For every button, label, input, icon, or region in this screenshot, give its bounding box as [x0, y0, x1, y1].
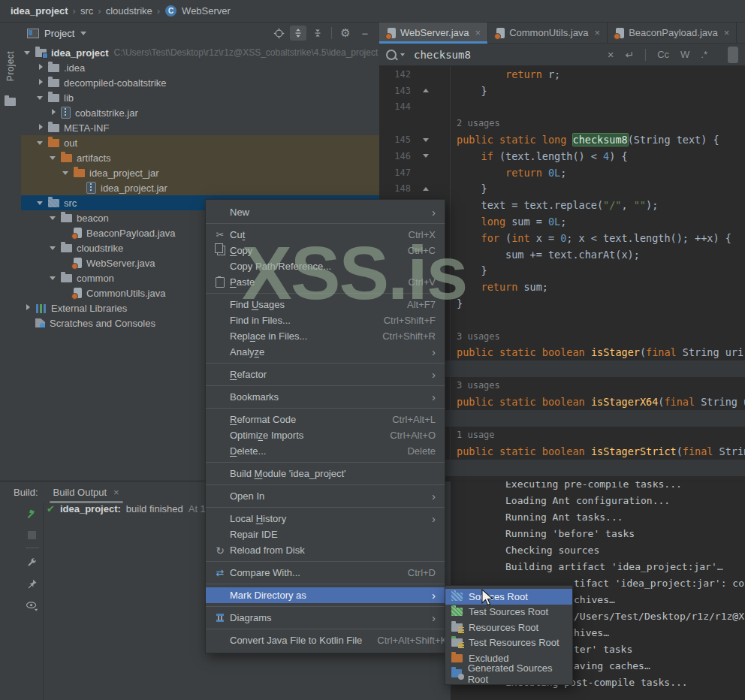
match-case-toggle[interactable]: Cc	[657, 49, 669, 60]
menu-item-copy-path-reference[interactable]: Copy Path/Reference...	[206, 258, 445, 274]
menu-item-refactor[interactable]: Refactor	[206, 367, 445, 382]
breadcrumb-item-idea-project[interactable]: idea_project	[9, 5, 70, 17]
locate-file-icon[interactable]	[270, 26, 287, 41]
rerun-build-icon[interactable]	[26, 508, 38, 523]
editor-gutter[interactable]: 145	[379, 131, 451, 148]
chevron-down-icon[interactable]	[37, 94, 44, 101]
chevron-down-icon[interactable]	[50, 154, 57, 161]
submenu-item-resources-root[interactable]: Resources Root	[445, 620, 572, 635]
editor-gutter[interactable]: 144	[379, 99, 451, 116]
chevron-right-icon[interactable]	[37, 124, 44, 131]
editor-search-bar[interactable]: checksum8 Cc W .*	[379, 44, 745, 66]
pin-icon[interactable]	[26, 578, 38, 592]
breadcrumb-item-cloudstrike[interactable]: cloudstrike	[104, 5, 154, 17]
tree-item-decompiled-cobaltstrike[interactable]: decompiled-cobaltstrike	[21, 75, 379, 90]
usages-hint[interactable]: 3 usages	[451, 380, 500, 391]
menu-item-diagrams[interactable]: Diagrams	[206, 610, 445, 626]
menu-item-mark-directory-as[interactable]: Mark Directory as	[206, 587, 445, 603]
menu-item-find-in-files[interactable]: Find in Files...Ctrl+Shift+F	[206, 312, 445, 328]
editor-gutter[interactable]: 148	[379, 181, 451, 198]
breadcrumb-item-webserver[interactable]: WebServer	[180, 5, 232, 17]
words-toggle[interactable]: W	[680, 49, 689, 60]
search-input[interactable]: checksum8	[414, 49, 471, 61]
menu-item-optimize-imports[interactable]: Optimize ImportsCtrl+Alt+O	[206, 427, 445, 443]
submenu-item-test-sources-root[interactable]: Test Sources Root	[445, 605, 572, 620]
chevron-down-icon[interactable]	[50, 274, 57, 282]
menu-item-open-in[interactable]: Open In	[206, 488, 445, 504]
menu-item-cut[interactable]: CutCtrl+X	[206, 227, 445, 243]
chevron-right-icon[interactable]	[37, 79, 44, 86]
menu-item-bookmarks[interactable]: Bookmarks	[206, 389, 445, 405]
collapse-all-icon[interactable]	[309, 26, 326, 41]
usages-hint[interactable]: 3 usages	[451, 331, 500, 342]
close-tab-icon[interactable]	[595, 27, 601, 38]
tree-item-idea[interactable]: .idea	[21, 60, 379, 75]
chevron-right-icon[interactable]	[50, 109, 57, 116]
tree-item-idea-project-jar[interactable]: idea_project.jar	[21, 180, 379, 195]
chevron-down-icon[interactable]	[50, 244, 57, 252]
menu-item-find-usages[interactable]: Find UsagesAlt+F7	[206, 297, 445, 312]
settings-wrench-icon[interactable]	[26, 557, 38, 570]
regex-toggle[interactable]: .*	[701, 49, 707, 60]
editor-gutter[interactable]: 142	[379, 66, 451, 83]
tree-item-out[interactable]: out	[21, 135, 379, 150]
editor-gutter[interactable]: 146	[379, 148, 451, 164]
fold-marker-icon[interactable]	[423, 89, 429, 92]
tab-beaconpayload-java[interactable]: BeaconPayload.java	[608, 23, 737, 43]
menu-item-replace-in-files[interactable]: Replace in Files...Ctrl+Shift+R	[206, 328, 445, 344]
tree-item-idea-project[interactable]: idea_projectC:\Users\Test\Desktop\r1z\r1…	[21, 45, 379, 60]
menu-item-repair-ide[interactable]: Repair IDE	[206, 527, 445, 542]
close-icon[interactable]	[113, 487, 119, 498]
chevron-down-icon[interactable]	[24, 49, 32, 56]
menu-item-delete[interactable]: Delete...Delete	[206, 443, 445, 459]
chevron-down-icon[interactable]	[62, 169, 70, 177]
expand-all-icon[interactable]	[290, 26, 306, 41]
tool-window-button-project[interactable]: Project	[5, 51, 16, 81]
tree-item-artifacts[interactable]: artifacts	[21, 150, 379, 165]
tree-item-cobaltstrike-jar[interactable]: cobaltstrike.jar	[21, 105, 379, 120]
stop-icon[interactable]	[28, 531, 36, 539]
submenu-item-test-resources-root[interactable]: Test Resources Root	[445, 635, 572, 651]
fold-marker-icon[interactable]	[423, 154, 429, 158]
partial-button[interactable]	[728, 47, 738, 63]
gear-icon[interactable]	[337, 26, 354, 41]
clear-search-icon[interactable]	[608, 48, 614, 61]
tree-item-idea-project-jar[interactable]: idea_project_jar	[21, 165, 379, 180]
submenu-item-sources-root[interactable]: Sources Root	[445, 589, 572, 605]
menu-item-analyze[interactable]: Analyze	[206, 344, 445, 360]
tree-item-meta-inf[interactable]: META-INF	[21, 120, 379, 135]
menu-item-copy[interactable]: CopyCtrl+C	[206, 243, 445, 258]
tree-item-lib[interactable]: lib	[21, 90, 379, 105]
menu-item-paste[interactable]: PasteCtrl+V	[206, 274, 445, 290]
chevron-right-icon[interactable]	[24, 304, 32, 312]
chevron-down-icon[interactable]	[80, 32, 86, 35]
chevron-down-icon[interactable]	[37, 199, 44, 207]
editor-gutter[interactable]	[379, 115, 451, 131]
chevron-down-icon[interactable]	[37, 139, 44, 146]
tab-webserver-java[interactable]: WebServer.java	[379, 23, 488, 43]
fold-marker-icon[interactable]	[423, 187, 429, 191]
menu-item-compare-with[interactable]: Compare With...Ctrl+D	[206, 565, 445, 581]
search-options-caret-icon[interactable]	[400, 53, 405, 56]
menu-item-reformat-code[interactable]: Reformat CodeCtrl+Alt+L	[206, 412, 445, 427]
menu-item-new[interactable]: New	[206, 204, 445, 220]
chevron-right-icon[interactable]	[37, 64, 44, 71]
tab-build-output[interactable]: Build Output	[53, 487, 119, 498]
menu-item-build-module-idea-project[interactable]: Build Module 'idea_project'	[206, 466, 445, 481]
close-tab-icon[interactable]	[475, 27, 481, 38]
chevron-down-icon[interactable]	[50, 214, 57, 222]
usages-hint[interactable]: 2 usages	[451, 118, 500, 128]
tab-commonutils-java[interactable]: CommonUtils.java	[488, 23, 608, 43]
menu-item-reload-from-disk[interactable]: Reload from Disk	[206, 542, 445, 558]
view-options-eye-icon[interactable]	[26, 600, 38, 614]
submenu-item-generated-sources-root[interactable]: Generated Sources Root	[445, 666, 572, 682]
breadcrumb-item-src[interactable]: src	[79, 5, 95, 17]
usages-hint[interactable]: 1 usage	[451, 430, 495, 440]
editor-gutter[interactable]: 147	[379, 164, 451, 181]
menu-item-local-history[interactable]: Local History	[206, 511, 445, 527]
editor-gutter[interactable]: 143	[379, 83, 451, 99]
close-tab-icon[interactable]	[724, 27, 730, 38]
menu-item-convert-java-file-to-kotlin-file[interactable]: Convert Java File to Kotlin FileCtrl+Alt…	[206, 632, 445, 648]
newline-icon[interactable]	[625, 49, 634, 61]
hide-panel-icon[interactable]	[357, 26, 373, 41]
